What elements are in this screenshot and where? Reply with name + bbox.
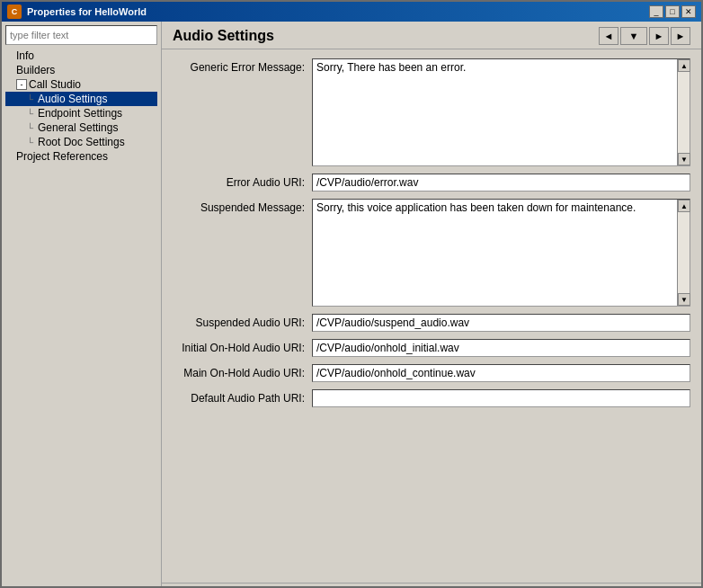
connector-icon: └ <box>27 138 36 147</box>
sidebar-item-info[interactable]: Info <box>5 49 157 63</box>
sidebar-item-root-doc-settings[interactable]: └ Root Doc Settings <box>5 135 157 149</box>
tree-area: Info Builders - Call Studio └ Audio Sett… <box>5 49 157 583</box>
titlebar: C Properties for HelloWorld _ □ ✕ <box>2 2 701 22</box>
suspended-message-textarea[interactable]: Sorry, this voice application has been t… <box>313 200 677 306</box>
initial-onhold-audio-uri-label: Initial On-Hold Audio URI: <box>173 339 312 354</box>
generic-error-control: Sorry, There has been an error. ▲ ▼ <box>312 58 690 166</box>
window-title: Properties for HelloWorld <box>27 6 147 17</box>
left-panel: Info Builders - Call Studio └ Audio Sett… <box>2 22 162 586</box>
default-audio-path-uri-label: Default Audio Path URI: <box>173 389 312 405</box>
sidebar-item-project-references[interactable]: Project References <box>5 149 157 164</box>
suspended-audio-uri-label: Suspended Audio URI: <box>173 314 312 329</box>
titlebar-left: C Properties for HelloWorld <box>7 4 147 19</box>
filter-input[interactable] <box>5 25 157 45</box>
connector-icon: └ <box>27 94 36 104</box>
suspended-audio-uri-input[interactable] <box>312 314 690 332</box>
back-button[interactable]: ◄ <box>599 27 618 45</box>
connector-icon: └ <box>27 123 36 133</box>
connector-icon: └ <box>27 109 36 119</box>
initial-onhold-audio-uri-control <box>312 339 690 357</box>
form-row-generic-error: Generic Error Message: Sorry, There has … <box>173 58 690 166</box>
main-onhold-audio-uri-label: Main On-Hold Audio URI: <box>173 364 312 379</box>
bottom-bar <box>162 583 701 586</box>
scroll-down-btn[interactable]: ▼ <box>678 153 690 165</box>
builders-label: Builders <box>16 64 55 76</box>
maximize-button[interactable]: □ <box>665 5 680 18</box>
default-audio-path-uri-input[interactable] <box>312 389 690 407</box>
form-row-initial-onhold-audio-uri: Initial On-Hold Audio URI: <box>173 339 690 357</box>
main-window: C Properties for HelloWorld _ □ ✕ Info B… <box>0 0 703 588</box>
suspended-audio-uri-control <box>312 314 690 332</box>
main-onhold-audio-uri-control <box>312 364 690 382</box>
form-area: Generic Error Message: Sorry, There has … <box>162 49 701 583</box>
scroll-down-btn-2[interactable]: ▼ <box>678 293 690 306</box>
main-onhold-audio-uri-input[interactable] <box>312 364 690 382</box>
sidebar-item-general-settings[interactable]: └ General Settings <box>5 120 157 135</box>
general-settings-label: General Settings <box>38 121 118 134</box>
suspended-message-scrollbar[interactable]: ▲ ▼ <box>677 200 690 306</box>
nav-buttons: ◄ ▼ ► ► <box>599 27 690 45</box>
titlebar-buttons: _ □ ✕ <box>649 5 696 18</box>
panel-header: Audio Settings ◄ ▼ ► ► <box>162 22 701 49</box>
form-row-error-audio-uri: Error Audio URI: <box>173 174 690 192</box>
sidebar-item-audio-settings[interactable]: └ Audio Settings <box>5 92 157 106</box>
root-doc-settings-label: Root Doc Settings <box>38 136 125 148</box>
form-row-default-audio-path-uri: Default Audio Path URI: <box>173 389 690 407</box>
form-row-suspended-message: Suspended Message: Sorry, this voice app… <box>173 199 690 307</box>
generic-error-label: Generic Error Message: <box>173 58 312 74</box>
content-area: Info Builders - Call Studio └ Audio Sett… <box>2 22 701 586</box>
expand-icon[interactable]: - <box>16 79 27 90</box>
call-studio-label: Call Studio <box>29 78 81 91</box>
form-row-main-onhold-audio-uri: Main On-Hold Audio URI: <box>173 364 690 382</box>
scroll-up-btn[interactable]: ▲ <box>678 59 690 72</box>
forward-button[interactable]: ► <box>649 27 669 45</box>
close-button[interactable]: ✕ <box>681 5 696 18</box>
nav-dropdown-button[interactable]: ▼ <box>620 27 647 45</box>
scroll-track-2 <box>678 212 690 293</box>
minimize-button[interactable]: _ <box>649 5 663 18</box>
generic-error-textarea[interactable]: Sorry, There has been an error. <box>313 59 677 165</box>
sidebar-item-builders[interactable]: Builders <box>5 63 157 77</box>
panel-title: Audio Settings <box>173 28 274 44</box>
suspended-message-label: Suspended Message: <box>173 199 312 214</box>
info-label: Info <box>16 49 34 62</box>
scroll-track <box>678 72 690 153</box>
error-audio-uri-input[interactable] <box>312 174 690 192</box>
suspended-message-wrapper: Sorry, this voice application has been t… <box>312 199 690 307</box>
error-audio-uri-control <box>312 174 690 192</box>
initial-onhold-audio-uri-input[interactable] <box>312 339 690 357</box>
generic-error-wrapper: Sorry, There has been an error. ▲ ▼ <box>312 58 690 166</box>
app-icon: C <box>7 4 22 19</box>
project-references-label: Project References <box>16 150 108 163</box>
sidebar-item-call-studio[interactable]: - Call Studio <box>5 77 157 92</box>
error-audio-uri-label: Error Audio URI: <box>173 174 312 189</box>
audio-settings-label: Audio Settings <box>38 93 107 105</box>
default-audio-path-uri-control <box>312 389 690 407</box>
right-panel: Audio Settings ◄ ▼ ► ► Generic Error Mes… <box>162 22 701 586</box>
suspended-message-control: Sorry, this voice application has been t… <box>312 199 690 307</box>
forward2-button[interactable]: ► <box>671 27 690 45</box>
generic-error-scrollbar[interactable]: ▲ ▼ <box>677 59 690 165</box>
scroll-up-btn-2[interactable]: ▲ <box>678 200 690 212</box>
form-row-suspended-audio-uri: Suspended Audio URI: <box>173 314 690 332</box>
sidebar-item-endpoint-settings[interactable]: └ Endpoint Settings <box>5 106 157 120</box>
endpoint-settings-label: Endpoint Settings <box>38 107 122 120</box>
